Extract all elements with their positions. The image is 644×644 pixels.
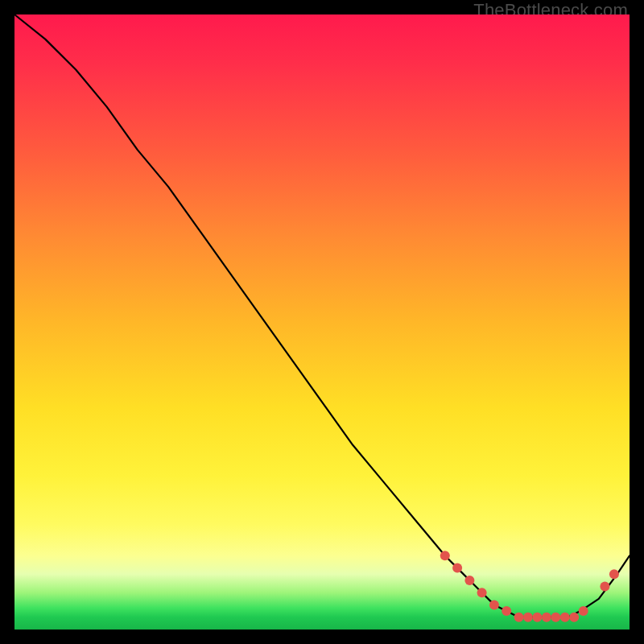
plot-area	[14, 14, 630, 630]
curve-marker	[532, 613, 542, 622]
curve-svg	[14, 14, 630, 630]
chart-frame: TheBottleneck.com	[0, 0, 644, 644]
curve-marker	[502, 606, 511, 616]
curve-marker	[464, 576, 474, 585]
curve-marker	[579, 606, 588, 616]
curve-marker	[523, 613, 533, 622]
curve-marker	[609, 569, 619, 579]
curve-marker	[477, 588, 487, 597]
curve-marker	[560, 613, 570, 622]
curve-marker	[569, 613, 579, 622]
curve-marker	[542, 613, 551, 622]
curve-marker	[452, 564, 462, 573]
curve-marker	[440, 551, 450, 560]
curve-marker	[514, 613, 524, 622]
curve-marker	[600, 582, 609, 592]
bottleneck-curve	[14, 14, 630, 617]
curve-markers	[440, 551, 619, 621]
curve-marker	[489, 600, 499, 609]
curve-marker	[551, 613, 560, 622]
